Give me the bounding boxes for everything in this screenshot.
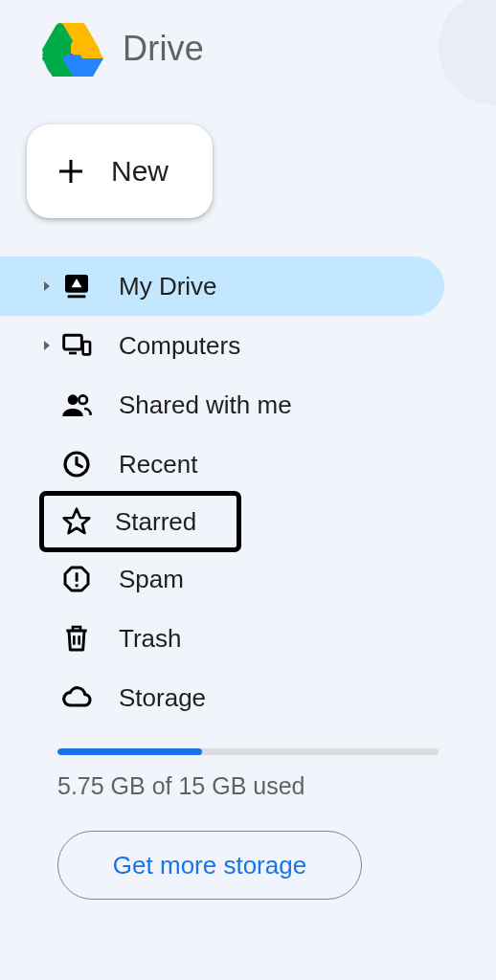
chevron-right-icon xyxy=(42,281,52,291)
new-button-label: New xyxy=(111,155,169,188)
get-more-label: Get more storage xyxy=(113,851,306,880)
app-title: Drive xyxy=(123,29,204,69)
chevron-right-icon xyxy=(42,341,52,350)
svg-point-15 xyxy=(79,395,87,404)
nav-label: Computers xyxy=(119,331,240,361)
computers-icon xyxy=(61,330,92,361)
sidebar-nav: My Drive Computers Shared with me Recent xyxy=(0,256,496,727)
drive-logo-icon xyxy=(42,23,103,77)
nav-label: Starred xyxy=(115,507,196,537)
shared-icon xyxy=(61,390,92,420)
svg-rect-18 xyxy=(76,584,79,587)
svg-rect-13 xyxy=(83,342,90,354)
new-button[interactable]: New xyxy=(27,124,213,218)
my-drive-icon xyxy=(61,271,92,301)
storage-used-text: 5.75 GB of 15 GB used xyxy=(57,772,439,800)
nav-label: Trash xyxy=(119,624,182,654)
cloud-icon xyxy=(61,682,92,713)
decor-circle xyxy=(439,0,496,105)
nav-label: My Drive xyxy=(119,272,217,301)
svg-rect-12 xyxy=(69,352,77,355)
nav-starred[interactable]: Starred xyxy=(42,494,238,549)
star-icon xyxy=(61,506,92,537)
svg-rect-11 xyxy=(64,335,82,349)
spam-icon xyxy=(61,564,92,594)
nav-storage[interactable]: Storage xyxy=(0,668,444,727)
nav-trash[interactable]: Trash xyxy=(0,609,444,668)
svg-point-14 xyxy=(68,394,79,405)
nav-recent[interactable]: Recent xyxy=(0,434,444,494)
nav-label: Storage xyxy=(119,683,206,713)
nav-computers[interactable]: Computers xyxy=(0,316,444,375)
header: Drive xyxy=(0,0,496,75)
storage-bar xyxy=(57,748,439,755)
svg-rect-10 xyxy=(68,295,86,298)
svg-rect-17 xyxy=(76,572,79,581)
nav-label: Spam xyxy=(119,565,184,594)
storage-fill xyxy=(57,748,202,755)
nav-shared[interactable]: Shared with me xyxy=(0,375,444,434)
nav-my-drive[interactable]: My Drive xyxy=(0,256,444,316)
nav-label: Shared with me xyxy=(119,390,292,420)
nav-label: Recent xyxy=(119,450,197,479)
storage-area: 5.75 GB of 15 GB used Get more storage xyxy=(0,748,496,900)
plus-icon xyxy=(54,154,88,189)
trash-icon xyxy=(61,623,92,654)
recent-icon xyxy=(61,449,92,479)
nav-spam[interactable]: Spam xyxy=(0,549,444,609)
get-more-storage-button[interactable]: Get more storage xyxy=(57,831,362,900)
